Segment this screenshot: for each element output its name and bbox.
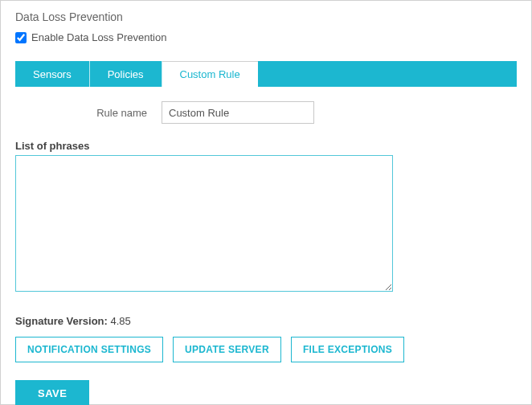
dlp-panel: Data Loss Prevention Enable Data Loss Pr…: [0, 0, 532, 405]
notification-settings-button[interactable]: NOTIFICATION SETTINGS: [15, 337, 163, 362]
tab-policies[interactable]: Policies: [90, 61, 162, 87]
signature-row: Signature Version: 4.85: [15, 315, 517, 327]
phrases-textarea[interactable]: [15, 155, 393, 292]
rule-name-label: Rule name: [15, 107, 152, 119]
tab-bar: Sensors Policies Custom Rule: [15, 61, 517, 87]
phrases-label: List of phrases: [15, 140, 517, 152]
secondary-buttons-row: NOTIFICATION SETTINGS UPDATE SERVER FILE…: [15, 337, 517, 362]
rule-name-input[interactable]: [162, 101, 314, 124]
enable-checkbox[interactable]: [15, 32, 27, 43]
file-exceptions-button[interactable]: FILE EXCEPTIONS: [291, 337, 404, 362]
signature-label: Signature Version:: [15, 315, 108, 327]
save-button[interactable]: SAVE: [15, 380, 89, 405]
tab-sensors[interactable]: Sensors: [15, 61, 90, 87]
page-title: Data Loss Prevention: [15, 10, 517, 23]
rule-name-row: Rule name: [15, 101, 517, 124]
enable-label: Enable Data Loss Prevention: [31, 31, 166, 43]
update-server-button[interactable]: UPDATE SERVER: [173, 337, 281, 362]
enable-row: Enable Data Loss Prevention: [15, 31, 517, 43]
signature-value: 4.85: [111, 315, 131, 327]
tab-custom-rule[interactable]: Custom Rule: [162, 61, 258, 87]
